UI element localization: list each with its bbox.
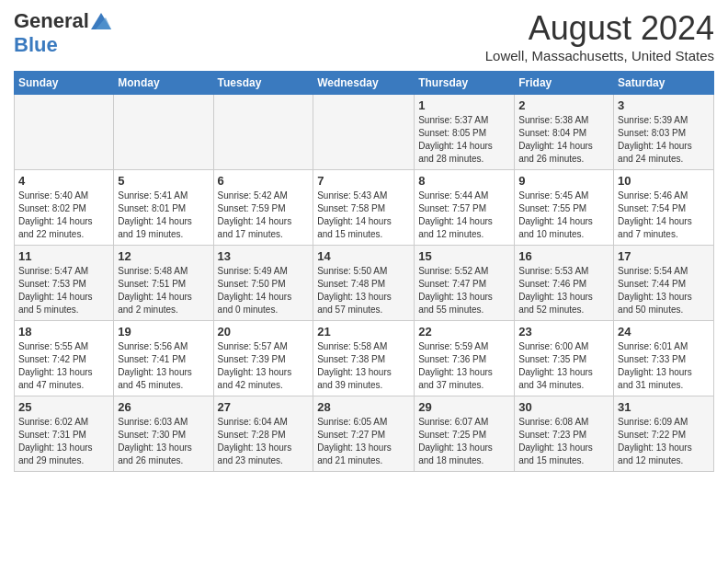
day-info: Sunrise: 5:44 AM Sunset: 7:57 PM Dayligh… bbox=[418, 190, 510, 241]
calendar-cell bbox=[114, 95, 213, 170]
calendar-cell: 16Sunrise: 5:53 AM Sunset: 7:46 PM Dayli… bbox=[515, 246, 614, 321]
weekday-header-tuesday: Tuesday bbox=[213, 72, 313, 95]
day-info: Sunrise: 5:42 AM Sunset: 7:59 PM Dayligh… bbox=[218, 190, 310, 241]
day-info: Sunrise: 5:43 AM Sunset: 7:58 PM Dayligh… bbox=[317, 190, 410, 241]
day-number: 23 bbox=[518, 325, 609, 339]
day-info: Sunrise: 5:54 AM Sunset: 7:44 PM Dayligh… bbox=[618, 265, 710, 316]
day-number: 25 bbox=[18, 400, 109, 414]
day-number: 4 bbox=[18, 174, 109, 188]
calendar-cell: 11Sunrise: 5:47 AM Sunset: 7:53 PM Dayli… bbox=[15, 246, 114, 321]
day-number: 15 bbox=[418, 249, 510, 263]
logo-icon bbox=[91, 13, 111, 29]
calendar-cell: 24Sunrise: 6:01 AM Sunset: 7:33 PM Dayli… bbox=[614, 321, 714, 396]
day-number: 29 bbox=[418, 400, 510, 414]
day-info: Sunrise: 5:53 AM Sunset: 7:46 PM Dayligh… bbox=[518, 265, 609, 316]
calendar-cell: 12Sunrise: 5:48 AM Sunset: 7:51 PM Dayli… bbox=[114, 246, 213, 321]
calendar-cell: 5Sunrise: 5:41 AM Sunset: 8:01 PM Daylig… bbox=[114, 170, 213, 246]
day-number: 17 bbox=[618, 249, 710, 263]
day-number: 19 bbox=[118, 325, 209, 339]
day-info: Sunrise: 6:09 AM Sunset: 7:22 PM Dayligh… bbox=[618, 416, 710, 467]
day-number: 16 bbox=[518, 249, 609, 263]
day-info: Sunrise: 5:55 AM Sunset: 7:42 PM Dayligh… bbox=[18, 340, 109, 392]
day-info: Sunrise: 5:39 AM Sunset: 8:03 PM Dayligh… bbox=[618, 114, 710, 166]
calendar-week-4: 18Sunrise: 5:55 AM Sunset: 7:42 PM Dayli… bbox=[15, 321, 714, 396]
weekday-header-monday: Monday bbox=[114, 72, 213, 95]
weekday-header-wednesday: Wednesday bbox=[313, 72, 415, 95]
weekday-header-friday: Friday bbox=[515, 72, 614, 95]
calendar-cell: 25Sunrise: 6:02 AM Sunset: 7:31 PM Dayli… bbox=[15, 396, 114, 472]
day-number: 5 bbox=[118, 174, 209, 188]
day-info: Sunrise: 5:58 AM Sunset: 7:38 PM Dayligh… bbox=[317, 340, 410, 392]
calendar-week-3: 11Sunrise: 5:47 AM Sunset: 7:53 PM Dayli… bbox=[15, 246, 714, 321]
day-number: 6 bbox=[218, 174, 310, 188]
calendar-cell: 3Sunrise: 5:39 AM Sunset: 8:03 PM Daylig… bbox=[614, 95, 714, 170]
day-info: Sunrise: 5:56 AM Sunset: 7:41 PM Dayligh… bbox=[118, 340, 209, 392]
day-number: 3 bbox=[618, 98, 710, 112]
day-number: 26 bbox=[118, 400, 209, 414]
day-info: Sunrise: 5:52 AM Sunset: 7:47 PM Dayligh… bbox=[418, 265, 510, 316]
day-number: 8 bbox=[418, 174, 510, 188]
day-number: 20 bbox=[218, 325, 310, 339]
day-info: Sunrise: 5:46 AM Sunset: 7:54 PM Dayligh… bbox=[618, 190, 710, 241]
calendar-cell: 30Sunrise: 6:08 AM Sunset: 7:23 PM Dayli… bbox=[515, 396, 614, 472]
calendar-cell: 17Sunrise: 5:54 AM Sunset: 7:44 PM Dayli… bbox=[614, 246, 714, 321]
calendar-week-2: 4Sunrise: 5:40 AM Sunset: 8:02 PM Daylig… bbox=[15, 170, 714, 246]
day-info: Sunrise: 5:47 AM Sunset: 7:53 PM Dayligh… bbox=[18, 265, 109, 316]
calendar-week-5: 25Sunrise: 6:02 AM Sunset: 7:31 PM Dayli… bbox=[15, 396, 714, 472]
day-info: Sunrise: 5:59 AM Sunset: 7:36 PM Dayligh… bbox=[418, 340, 510, 392]
day-info: Sunrise: 6:04 AM Sunset: 7:28 PM Dayligh… bbox=[218, 416, 310, 467]
day-number: 27 bbox=[218, 400, 310, 414]
weekday-header-sunday: Sunday bbox=[15, 72, 114, 95]
day-info: Sunrise: 5:45 AM Sunset: 7:55 PM Dayligh… bbox=[518, 190, 609, 241]
day-info: Sunrise: 5:57 AM Sunset: 7:39 PM Dayligh… bbox=[218, 340, 310, 392]
day-number: 9 bbox=[518, 174, 609, 188]
calendar-cell: 21Sunrise: 5:58 AM Sunset: 7:38 PM Dayli… bbox=[313, 321, 415, 396]
calendar-cell: 6Sunrise: 5:42 AM Sunset: 7:59 PM Daylig… bbox=[213, 170, 313, 246]
day-info: Sunrise: 6:08 AM Sunset: 7:23 PM Dayligh… bbox=[518, 416, 609, 467]
calendar-cell: 2Sunrise: 5:38 AM Sunset: 8:04 PM Daylig… bbox=[515, 95, 614, 170]
day-number: 18 bbox=[18, 325, 109, 339]
day-info: Sunrise: 6:02 AM Sunset: 7:31 PM Dayligh… bbox=[18, 416, 109, 467]
calendar-cell: 4Sunrise: 5:40 AM Sunset: 8:02 PM Daylig… bbox=[15, 170, 114, 246]
day-info: Sunrise: 6:00 AM Sunset: 7:35 PM Dayligh… bbox=[518, 340, 609, 392]
day-number: 13 bbox=[218, 249, 310, 263]
calendar-cell: 29Sunrise: 6:07 AM Sunset: 7:25 PM Dayli… bbox=[415, 396, 515, 472]
calendar-cell: 22Sunrise: 5:59 AM Sunset: 7:36 PM Dayli… bbox=[415, 321, 515, 396]
calendar-cell: 27Sunrise: 6:04 AM Sunset: 7:28 PM Dayli… bbox=[213, 396, 313, 472]
logo-general-text: General bbox=[14, 9, 89, 33]
day-number: 28 bbox=[317, 400, 410, 414]
calendar-cell: 20Sunrise: 5:57 AM Sunset: 7:39 PM Dayli… bbox=[213, 321, 313, 396]
day-info: Sunrise: 6:05 AM Sunset: 7:27 PM Dayligh… bbox=[317, 416, 410, 467]
day-info: Sunrise: 5:40 AM Sunset: 8:02 PM Dayligh… bbox=[18, 190, 109, 241]
weekday-header-saturday: Saturday bbox=[614, 72, 714, 95]
weekday-header-row: SundayMondayTuesdayWednesdayThursdayFrid… bbox=[15, 72, 714, 95]
day-info: Sunrise: 5:50 AM Sunset: 7:48 PM Dayligh… bbox=[317, 265, 410, 316]
day-number: 10 bbox=[618, 174, 710, 188]
calendar-cell bbox=[15, 95, 114, 170]
day-info: Sunrise: 5:37 AM Sunset: 8:05 PM Dayligh… bbox=[418, 114, 510, 166]
day-number: 14 bbox=[317, 249, 410, 263]
calendar-cell: 28Sunrise: 6:05 AM Sunset: 7:27 PM Dayli… bbox=[313, 396, 415, 472]
day-number: 11 bbox=[18, 249, 109, 263]
calendar-table: SundayMondayTuesdayWednesdayThursdayFrid… bbox=[14, 71, 714, 472]
location-subtitle: Lowell, Massachusetts, United States bbox=[485, 48, 714, 63]
weekday-header-thursday: Thursday bbox=[415, 72, 515, 95]
day-number: 7 bbox=[317, 174, 410, 188]
calendar-cell: 14Sunrise: 5:50 AM Sunset: 7:48 PM Dayli… bbox=[313, 246, 415, 321]
day-info: Sunrise: 5:41 AM Sunset: 8:01 PM Dayligh… bbox=[118, 190, 209, 241]
day-info: Sunrise: 6:07 AM Sunset: 7:25 PM Dayligh… bbox=[418, 416, 510, 467]
day-info: Sunrise: 6:01 AM Sunset: 7:33 PM Dayligh… bbox=[618, 340, 710, 392]
day-info: Sunrise: 5:48 AM Sunset: 7:51 PM Dayligh… bbox=[118, 265, 209, 316]
calendar-cell: 9Sunrise: 5:45 AM Sunset: 7:55 PM Daylig… bbox=[515, 170, 614, 246]
calendar-cell: 8Sunrise: 5:44 AM Sunset: 7:57 PM Daylig… bbox=[415, 170, 515, 246]
day-info: Sunrise: 6:03 AM Sunset: 7:30 PM Dayligh… bbox=[118, 416, 209, 467]
day-number: 21 bbox=[317, 325, 410, 339]
title-area: August 2024 Lowell, Massachusetts, Unite… bbox=[485, 9, 714, 63]
month-year-title: August 2024 bbox=[485, 9, 714, 48]
calendar-cell: 26Sunrise: 6:03 AM Sunset: 7:30 PM Dayli… bbox=[114, 396, 213, 472]
calendar-cell: 7Sunrise: 5:43 AM Sunset: 7:58 PM Daylig… bbox=[313, 170, 415, 246]
calendar-cell: 31Sunrise: 6:09 AM Sunset: 7:22 PM Dayli… bbox=[614, 396, 714, 472]
calendar-cell bbox=[313, 95, 415, 170]
calendar-cell: 23Sunrise: 6:00 AM Sunset: 7:35 PM Dayli… bbox=[515, 321, 614, 396]
calendar-cell: 1Sunrise: 5:37 AM Sunset: 8:05 PM Daylig… bbox=[415, 95, 515, 170]
